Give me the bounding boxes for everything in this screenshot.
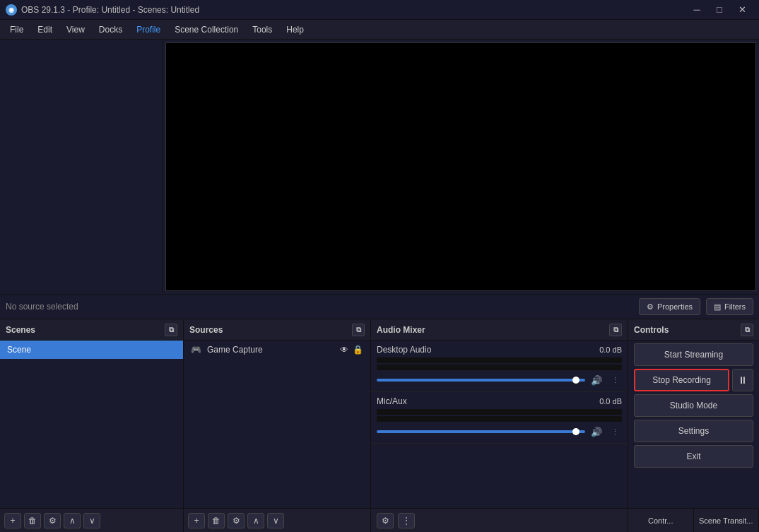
config-source-button[interactable]: ⚙ xyxy=(228,513,245,528)
menu-profile[interactable]: Profile xyxy=(129,22,167,37)
no-source-label: No source selected xyxy=(6,302,633,312)
sources-header: Sources ⧉ xyxy=(184,319,370,341)
contr-button[interactable]: Contr... xyxy=(628,509,694,532)
desktop-audio-volume-slider[interactable] xyxy=(377,379,585,382)
minimize-button[interactable]: ─ xyxy=(686,3,708,17)
controls-footer: Contr... Scene Transit... xyxy=(628,508,759,532)
scenes-title: Scenes xyxy=(6,325,35,335)
exit-button[interactable]: Exit xyxy=(634,445,753,468)
sources-popout-icon[interactable]: ⧉ xyxy=(352,324,365,336)
maximize-button[interactable]: □ xyxy=(708,3,731,17)
controls-panel: Controls ⧉ Start Streaming Stop Recordin… xyxy=(628,319,759,532)
menu-tools[interactable]: Tools xyxy=(245,22,279,37)
filter-icon: ▤ xyxy=(714,302,721,312)
sources-panel: Sources ⧉ 🎮 Game Capture 👁 🔒 + 🗑 xyxy=(184,319,371,532)
source-up-button[interactable]: ∧ xyxy=(247,513,264,528)
title-text: OBS 29.1.3 - Profile: Untitled - Scenes:… xyxy=(21,5,199,15)
title-bar-left: ◉ OBS 29.1.3 - Profile: Untitled - Scene… xyxy=(6,4,199,16)
stop-recording-button[interactable]: Stop Recording xyxy=(634,369,729,391)
mic-aux-channel: Mic/Aux 0.0 dB 🔊 ⋮ xyxy=(371,392,628,444)
menu-bar: File Edit View Docks Profile Scene Colle… xyxy=(0,20,759,40)
desktop-audio-db: 0.0 dB xyxy=(599,345,622,354)
start-streaming-label: Start Streaming xyxy=(664,350,723,360)
menu-docks[interactable]: Docks xyxy=(92,22,129,37)
desktop-audio-channel: Desktop Audio 0.0 dB 🔊 ⋮ xyxy=(371,341,628,392)
title-bar: ◉ OBS 29.1.3 - Profile: Untitled - Scene… xyxy=(0,0,759,20)
properties-label: Properties xyxy=(657,302,693,311)
close-button[interactable]: ✕ xyxy=(731,3,753,17)
controls-popout-icon[interactable]: ⧉ xyxy=(741,324,753,336)
pause-recording-button[interactable]: ⏸ xyxy=(732,369,753,391)
mic-aux-menu-button[interactable]: ⋮ xyxy=(608,425,622,439)
scenes-popout-icon[interactable]: ⧉ xyxy=(165,324,177,336)
scenes-header-icons: ⧉ xyxy=(165,324,177,336)
mic-aux-mute-button[interactable]: 🔊 xyxy=(589,425,604,439)
audio-menu-button[interactable]: ⋮ xyxy=(398,513,415,528)
mic-aux-controls: 🔊 ⋮ xyxy=(377,425,622,439)
studio-mode-label: Studio Mode xyxy=(670,401,717,410)
filters-button[interactable]: ▤ Filters xyxy=(706,298,753,315)
menu-file[interactable]: File xyxy=(3,22,30,37)
audio-mixer-panel: Audio Mixer ⧉ Desktop Audio 0.0 dB xyxy=(371,319,628,532)
pause-icon: ⏸ xyxy=(738,374,748,386)
desktop-audio-menu-button[interactable]: ⋮ xyxy=(608,373,622,387)
window-controls: ─ □ ✕ xyxy=(686,3,753,17)
sources-footer: + 🗑 ⚙ ∧ ∨ xyxy=(184,508,370,532)
sources-title: Sources xyxy=(189,325,223,335)
controls-header: Controls ⧉ xyxy=(628,319,759,341)
add-source-button[interactable]: + xyxy=(188,513,205,528)
audio-settings-button[interactable]: ⚙ xyxy=(377,513,394,528)
mic-aux-slider-thumb xyxy=(572,428,579,435)
scenes-header: Scenes ⧉ xyxy=(0,319,183,341)
source-lock-icon[interactable]: 🔒 xyxy=(353,345,363,355)
game-capture-icon: 🎮 xyxy=(191,345,201,355)
desktop-audio-mute-button[interactable]: 🔊 xyxy=(589,373,604,387)
mic-aux-name: Mic/Aux xyxy=(377,396,407,406)
audio-mixer-header-icons: ⧉ xyxy=(609,324,622,336)
remove-source-button[interactable]: 🗑 xyxy=(208,513,225,528)
scene-up-button[interactable]: ∧ xyxy=(64,513,81,528)
mic-aux-volume-slider[interactable] xyxy=(377,430,585,433)
sources-header-icons: ⧉ xyxy=(352,324,365,336)
menu-view[interactable]: View xyxy=(59,22,92,37)
scenes-list: Scene xyxy=(0,341,183,359)
desktop-audio-slider-thumb xyxy=(572,377,579,384)
source-visibility-icon[interactable]: 👁 xyxy=(340,345,348,355)
menu-edit[interactable]: Edit xyxy=(30,22,59,37)
scene-down-button[interactable]: ∨ xyxy=(83,513,100,528)
source-item-name: Game Capture xyxy=(207,345,263,355)
mic-aux-meter-top xyxy=(377,409,622,415)
scene-transit-button[interactable]: Scene Transit... xyxy=(694,509,760,532)
audio-mixer-popout-icon[interactable]: ⧉ xyxy=(609,324,622,336)
studio-mode-button[interactable]: Studio Mode xyxy=(634,394,753,417)
remove-scene-button[interactable]: 🗑 xyxy=(24,513,41,528)
desktop-audio-meter-bottom xyxy=(377,365,622,370)
preview-canvas xyxy=(165,42,756,291)
scene-item-scene[interactable]: Scene xyxy=(0,341,183,359)
start-streaming-button[interactable]: Start Streaming xyxy=(634,343,753,366)
menu-help[interactable]: Help xyxy=(279,22,311,37)
gear-icon: ⚙ xyxy=(647,302,654,312)
desktop-audio-name: Desktop Audio xyxy=(377,345,431,355)
settings-button[interactable]: Settings xyxy=(634,420,753,442)
audio-mixer-title: Audio Mixer xyxy=(377,325,425,335)
desktop-audio-controls: 🔊 ⋮ xyxy=(377,373,622,387)
add-scene-button[interactable]: + xyxy=(4,513,21,528)
main-layout: No source selected ⚙ Properties ▤ Filter… xyxy=(0,40,759,532)
left-panel xyxy=(0,40,163,294)
source-item-game-capture[interactable]: 🎮 Game Capture 👁 🔒 xyxy=(184,341,370,359)
source-down-button[interactable]: ∨ xyxy=(267,513,284,528)
config-scene-button[interactable]: ⚙ xyxy=(44,513,61,528)
scenes-footer: + 🗑 ⚙ ∧ ∨ xyxy=(0,508,183,532)
controls-title: Controls xyxy=(634,325,669,335)
menu-scene-collection[interactable]: Scene Collection xyxy=(167,22,245,37)
audio-panel-footer: ⚙ ⋮ xyxy=(371,508,628,532)
properties-button[interactable]: ⚙ Properties xyxy=(639,298,700,315)
sources-list: 🎮 Game Capture 👁 🔒 xyxy=(184,341,370,359)
contr-label: Contr... xyxy=(648,516,673,525)
filters-label: Filters xyxy=(724,302,746,311)
bottom-panels: Scenes ⧉ Scene + 🗑 ⚙ ∧ ∨ Sources ⧉ xyxy=(0,319,759,532)
stop-recording-label: Stop Recording xyxy=(652,375,711,385)
stop-recording-row: Stop Recording ⏸ xyxy=(634,369,753,391)
scenes-panel: Scenes ⧉ Scene + 🗑 ⚙ ∧ ∨ xyxy=(0,319,184,532)
